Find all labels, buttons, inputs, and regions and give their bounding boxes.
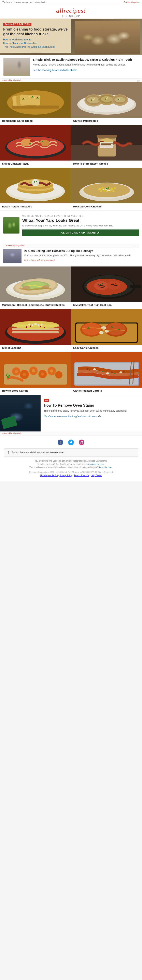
svg-point-200 (106, 372, 109, 374)
food-item-stuffed-mushroom[interactable]: Stuffed Mushrooms (71, 82, 142, 125)
svg-point-189 (47, 367, 56, 375)
svg-point-124 (6, 280, 65, 300)
svg-point-92 (102, 187, 104, 189)
food-item-corn-chowder[interactable]: Roasted Corn Chowder (71, 168, 142, 210)
svg-rect-224 (28, 401, 30, 403)
svg-rect-26 (12, 95, 33, 107)
svg-point-86 (36, 181, 37, 182)
svg-point-47 (94, 98, 95, 99)
powered-by-1: Powered by BrightMark ⓘ (0, 78, 142, 82)
svg-rect-18 (16, 59, 17, 62)
svg-point-111 (13, 222, 15, 224)
powered-by-oven: Powered by BrightMark (0, 431, 142, 435)
svg-point-10 (102, 37, 105, 40)
svg-line-143 (98, 285, 105, 286)
svg-rect-146 (0, 309, 71, 345)
food-image-garlic-bread (0, 82, 71, 118)
help-link[interactable]: Help Center (91, 474, 102, 477)
svg-point-179 (20, 370, 29, 379)
hero-link-3[interactable]: This Trick Makes Peeling Garlic So Much … (3, 46, 68, 48)
svg-rect-104 (3, 217, 19, 234)
food-item-store-carrots[interactable]: How to Store Carrots (0, 352, 71, 395)
food-item-garlic-bread[interactable]: Homemade Garlic Bread (0, 82, 71, 125)
svg-rect-16 (15, 59, 18, 63)
svg-point-201 (119, 371, 122, 374)
disclaimer-line-3: This email was sent to email@email.com |… (29, 466, 113, 468)
unsubscribe-link[interactable]: unsubscribe here (89, 463, 104, 465)
food-label-garlic-chicken: Easy Garlic Chicken (71, 345, 142, 352)
facebook-icon[interactable] (57, 439, 64, 445)
svg-point-221 (9, 402, 22, 409)
svg-point-162 (40, 326, 41, 327)
logo-text: allrecipes (56, 7, 84, 14)
svg-rect-14 (3, 57, 30, 76)
oven-link[interactable]: Here's how to remove the toughest stains… (44, 415, 103, 418)
svg-point-32 (39, 95, 40, 97)
instagram-icon[interactable] (78, 439, 85, 445)
podcast-name: 'Homemade' (50, 451, 64, 454)
dental-ad-desc: How to easily remove plaque, tartar and … (33, 63, 139, 67)
svg-point-3 (90, 30, 108, 41)
svg-rect-17 (15, 59, 16, 62)
subscribe-link[interactable]: Subscribe here (98, 466, 112, 468)
svg-point-35 (77, 94, 136, 115)
svg-point-198 (123, 371, 125, 372)
svg-rect-150 (12, 326, 59, 329)
food-item-skillet-lasagna[interactable]: Skillet Lasagna (0, 309, 71, 352)
svg-point-4 (91, 30, 108, 40)
food-item-garlic-carrots[interactable]: Garlic Roasted Carrots (71, 352, 142, 395)
food-item-bacon-pancakes[interactable]: Bacon Potato Pancakes (0, 168, 71, 210)
profile-link[interactable]: Update your Profile (40, 474, 58, 477)
svg-point-160 (26, 326, 27, 328)
promo-link[interactable]: Hurry, these will be gone soon! (24, 259, 55, 261)
svg-point-140 (102, 283, 103, 284)
svg-point-156 (34, 323, 37, 325)
svg-rect-105 (10, 226, 12, 232)
newsletter-inner: We think you'll totally love this newsle… (3, 215, 139, 236)
food-item-bacon-grease[interactable]: How to Store Bacon Grease (71, 125, 142, 168)
svg-rect-135 (130, 285, 141, 288)
svg-point-196 (99, 370, 100, 371)
svg-point-43 (112, 94, 128, 106)
magazine-link[interactable]: Get the Magazine (124, 1, 140, 3)
dental-ad-link[interactable]: See the shocking before and after photos (33, 69, 77, 72)
food-image-chicken-pasta (0, 125, 71, 161)
svg-point-58 (39, 139, 50, 147)
svg-point-77 (18, 183, 53, 191)
food-item-cast-iron[interactable]: 6 Mistakes That Ruin Cast Iron (71, 266, 142, 309)
food-label-garlic-carrots: Garlic Roasted Carrots (71, 388, 142, 395)
svg-rect-71 (101, 144, 111, 145)
svg-rect-115 (3, 249, 21, 263)
promo-info-icon[interactable]: ⓘ (134, 245, 136, 248)
svg-rect-0 (75, 21, 140, 54)
svg-point-98 (103, 190, 105, 192)
svg-point-82 (36, 181, 38, 183)
twitter-icon[interactable] (68, 439, 74, 445)
svg-point-95 (111, 188, 113, 191)
promo-desc: Don't miss out on the hottest product of… (24, 254, 139, 257)
food-item-mushroom-chicken[interactable]: Mushroom, Broccoli, and Cheese Stuffed C… (0, 266, 71, 309)
privacy-link[interactable]: Privacy Policy (60, 474, 72, 477)
svg-point-197 (111, 371, 113, 374)
newsletter-cta-button[interactable]: CLICK TO SIGN UP INSTANTLY (22, 229, 139, 236)
svg-point-6 (100, 29, 117, 40)
svg-point-120 (8, 253, 13, 256)
newsletter-image (3, 217, 19, 234)
svg-point-68 (99, 138, 115, 148)
svg-rect-116 (7, 255, 18, 262)
food-item-chicken-pasta[interactable]: Skillet Chicken Pasta (0, 125, 71, 168)
hero-link-2[interactable]: How to Clean Your Dishwasher (3, 42, 68, 45)
svg-point-127 (15, 277, 56, 295)
svg-rect-174 (0, 352, 71, 388)
terms-link[interactable]: Terms of Service (74, 474, 89, 477)
svg-line-144 (98, 287, 104, 288)
hero-link-1[interactable]: How to Wash Mushrooms (3, 38, 68, 41)
svg-point-190 (50, 369, 53, 372)
svg-point-89 (81, 183, 132, 199)
food-image-bacon-grease (71, 125, 142, 161)
svg-rect-27 (16, 95, 37, 105)
svg-point-83 (40, 181, 41, 182)
social-icons (4, 439, 138, 445)
svg-point-142 (115, 283, 116, 284)
food-item-garlic-chicken[interactable]: Easy Garlic Chicken (71, 309, 142, 352)
